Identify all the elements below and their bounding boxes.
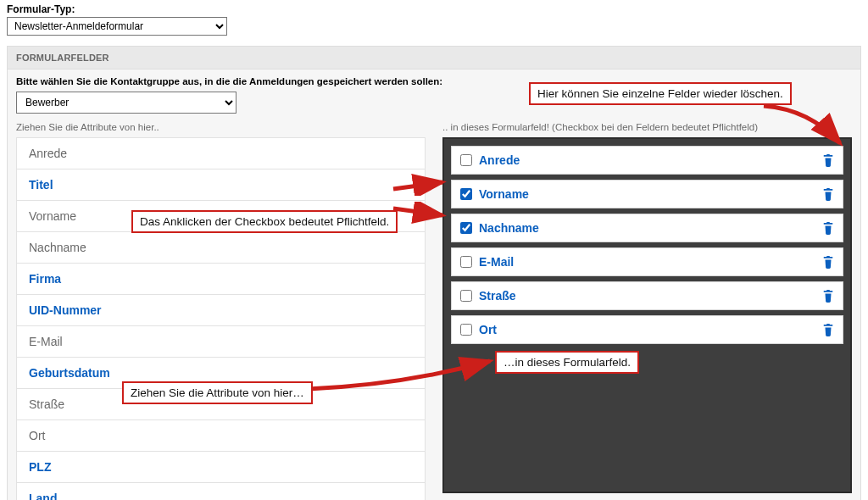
attribute-item[interactable]: Ort — [17, 420, 425, 452]
trash-icon[interactable] — [822, 153, 834, 167]
attribute-item[interactable]: E-Mail — [17, 326, 425, 358]
trash-icon[interactable] — [822, 255, 834, 269]
field-label: E-Mail — [479, 255, 815, 269]
required-checkbox[interactable] — [460, 188, 472, 200]
required-checkbox[interactable] — [460, 290, 472, 302]
field-label: Vorname — [479, 187, 815, 201]
contact-group-select[interactable]: Bewerber — [16, 92, 236, 114]
required-checkbox[interactable] — [460, 324, 472, 336]
panel-header-formfields: FORMULARFELDER — [8, 47, 860, 69]
right-hint: .. in dieses Formularfeld! (Checkbox bei… — [442, 122, 852, 132]
field-label: Straße — [479, 289, 815, 303]
attribute-item[interactable]: Firma — [17, 264, 425, 295]
form-type-select[interactable]: Newsletter-Anmeldeformular — [7, 17, 227, 36]
field-row[interactable]: Vorname — [451, 180, 843, 208]
form-type-label: Formular-Typ: — [7, 3, 861, 15]
trash-icon[interactable] — [822, 323, 834, 336]
trash-icon[interactable] — [822, 187, 834, 201]
field-row[interactable]: Straße — [451, 281, 843, 310]
left-hint: Ziehen Sie die Attribute von hier.. — [16, 122, 426, 132]
attribute-list: AnredeTitelVornameNachnameFirmaUID-Numme… — [16, 137, 426, 500]
trash-icon[interactable] — [822, 289, 834, 303]
trash-icon[interactable] — [822, 221, 834, 235]
field-label: Ort — [479, 323, 815, 336]
required-checkbox[interactable] — [460, 256, 472, 268]
required-checkbox[interactable] — [460, 222, 472, 234]
annotation-drag-from: Ziehen Sie die Attribute von hier… — [122, 381, 313, 404]
field-label: Nachname — [479, 221, 815, 235]
annotation-drag-to: …in dieses Formularfeld. — [495, 351, 639, 374]
field-row[interactable]: Ort — [451, 315, 843, 344]
attribute-item[interactable]: PLZ — [17, 452, 425, 483]
annotation-checkbox: Das Anklicken der Checkbox bedeutet Pfli… — [131, 210, 398, 233]
field-row[interactable]: E-Mail — [451, 247, 843, 276]
attribute-item[interactable]: Land — [17, 483, 425, 500]
required-checkbox[interactable] — [460, 154, 472, 166]
annotation-delete: Hier können Sie einzelne Felder wieder l… — [529, 82, 792, 105]
field-label: Anrede — [479, 153, 815, 167]
attribute-item[interactable]: Nachname — [17, 232, 425, 264]
attribute-item[interactable]: Titel — [17, 169, 425, 201]
field-dropzone[interactable]: AnredeVornameNachnameE-MailStraßeOrt — [442, 137, 852, 493]
field-row[interactable]: Nachname — [451, 214, 843, 242]
attribute-item[interactable]: Anrede — [17, 138, 425, 169]
attribute-item[interactable]: UID-Nummer — [17, 295, 425, 326]
field-row[interactable]: Anrede — [451, 146, 843, 175]
